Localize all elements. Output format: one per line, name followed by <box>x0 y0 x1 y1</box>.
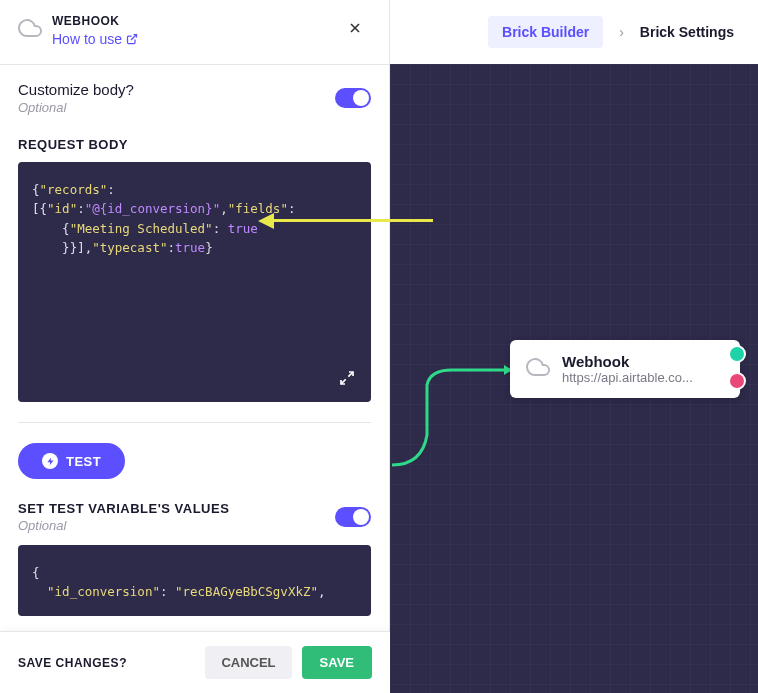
webhook-node[interactable]: Webhook https://api.airtable.co... <box>510 340 740 398</box>
config-sidebar: WEBHOOK How to use Customize body? Optio… <box>0 0 390 693</box>
customize-body-toggle[interactable] <box>335 88 371 108</box>
code-token: "typecast" <box>92 240 167 255</box>
panel-title: WEBHOOK <box>52 14 138 28</box>
optional-label-2: Optional <box>18 518 229 533</box>
code-token: "records" <box>40 182 108 197</box>
cloud-icon <box>526 355 550 383</box>
set-test-toggle[interactable] <box>335 507 371 527</box>
cloud-icon <box>18 16 42 40</box>
set-test-heading: SET TEST VARIABLE'S VALUES <box>18 501 229 516</box>
code-token: "recBAGyeBbCSgvXkZ" <box>175 584 318 599</box>
test-button-label: TEST <box>66 454 101 469</box>
breadcrumb-builder[interactable]: Brick Builder <box>488 16 603 48</box>
code-token: true <box>175 240 205 255</box>
test-button[interactable]: TEST <box>18 443 125 479</box>
output-port-success[interactable] <box>728 345 746 363</box>
expand-button[interactable] <box>333 364 361 392</box>
save-prompt: SAVE CHANGES? <box>18 656 195 670</box>
code-token: "@{id_conversion}" <box>85 201 220 216</box>
code-token: "id_conversion" <box>47 584 160 599</box>
optional-label: Optional <box>18 100 134 115</box>
how-to-use-link[interactable]: How to use <box>52 31 138 47</box>
request-body-editor[interactable]: {"records":[{"id":"@{id_conversion}","fi… <box>18 162 371 402</box>
customize-body-label: Customize body? <box>18 81 134 98</box>
divider <box>18 422 371 423</box>
close-icon <box>347 20 363 36</box>
top-bar: Brick Builder › Brick Settings <box>390 0 758 64</box>
test-icon <box>42 453 58 469</box>
code-token: "fields" <box>228 201 288 216</box>
save-bar: SAVE CHANGES? CANCEL SAVE <box>0 631 390 693</box>
output-port-error[interactable] <box>728 372 746 390</box>
cancel-button[interactable]: CANCEL <box>205 646 291 679</box>
how-to-use-label: How to use <box>52 31 122 47</box>
chevron-right-icon: › <box>619 24 624 40</box>
expand-icon <box>339 370 355 386</box>
close-button[interactable] <box>339 14 371 45</box>
test-variables-editor[interactable]: { "id_conversion": "recBAGyeBbCSgvXkZ", <box>18 545 371 616</box>
save-button[interactable]: SAVE <box>302 646 372 679</box>
node-title: Webhook <box>562 353 693 370</box>
breadcrumb-settings[interactable]: Brick Settings <box>640 24 734 40</box>
code-token: true <box>228 221 258 236</box>
code-token: "Meeting Scheduled" <box>70 221 213 236</box>
code-token: "id" <box>47 201 77 216</box>
svg-line-0 <box>131 35 137 41</box>
node-subtitle: https://api.airtable.co... <box>562 370 693 385</box>
external-link-icon <box>126 33 138 45</box>
request-body-heading: REQUEST BODY <box>18 137 371 152</box>
